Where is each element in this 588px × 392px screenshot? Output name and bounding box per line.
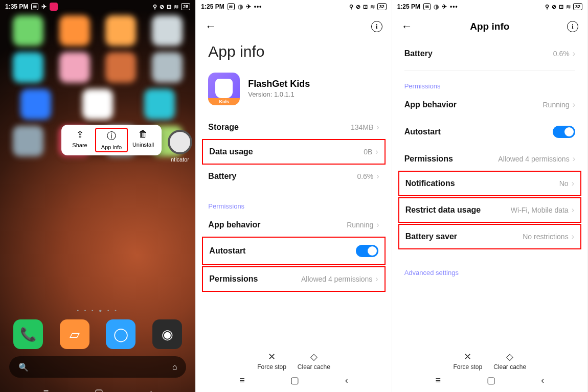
popup-uninstall[interactable]: 🗑 Uninstall (127, 129, 160, 151)
dock-files-icon[interactable]: ▱ (60, 319, 89, 349)
status-notif-icon: ✉ (423, 3, 431, 10)
popup-share[interactable]: ⇪ Share (63, 129, 96, 151)
chevron-right-icon: › (376, 123, 379, 132)
page-indicator[interactable]: • • • ● • • (0, 308, 195, 313)
app-tile-blur[interactable] (152, 52, 183, 83)
app-tile-blur[interactable] (152, 15, 183, 46)
app-tile-blur[interactable] (144, 89, 175, 120)
chevron-right-icon: › (572, 205, 574, 215)
shield-icon (215, 79, 233, 98)
info-icon[interactable]: i (567, 21, 578, 32)
row-label: Battery saver (405, 232, 457, 241)
force-stop-button[interactable]: ✕ Force stop (453, 351, 482, 371)
status-notif-icon: ✉ (31, 3, 38, 10)
app-identity: Kids FlashGet Kids Version: 1.0.1.1 (196, 73, 391, 114)
dnd-icon: ⊘ (552, 4, 556, 10)
battery-level: 28 (181, 3, 190, 10)
send-icon: ✈ (41, 3, 47, 10)
app-tile-blur[interactable] (59, 15, 90, 46)
nav-back-icon[interactable]: ‹ (149, 387, 152, 393)
chevron-right-icon: › (573, 100, 575, 109)
nav-home-icon[interactable]: ▢ (95, 387, 103, 392)
highlight-autostart: Autostart (202, 237, 385, 265)
app-info-panel: 1:25 PM ✉ ◑ ✈ ••• ⚲ ⊘ ⊡ ≋ 32 ← i App inf… (196, 0, 392, 392)
app-tile-blur[interactable] (105, 52, 136, 83)
row-permissions[interactable]: Permissions Allowed 4 permissions› (392, 146, 587, 172)
row-app-behavior[interactable]: App behavior Running› (196, 212, 391, 238)
row-label: Notifications (405, 179, 455, 188)
highlight-notifications: Notifications No› (398, 171, 581, 196)
info-icon[interactable]: i (371, 21, 382, 32)
nav-back-icon[interactable]: ‹ (345, 375, 348, 386)
row-battery[interactable]: Battery 0.6%› (196, 164, 391, 189)
popup-appinfo[interactable]: ⓘ App info (95, 128, 128, 152)
row-label: Autostart (209, 246, 245, 256)
row-data-usage[interactable]: Data usage 0B› (203, 140, 384, 164)
home-icon[interactable]: ⌂ (172, 362, 177, 372)
dock-phone-icon[interactable]: 📞 (13, 319, 43, 349)
force-stop-button[interactable]: ✕ Force stop (257, 351, 286, 371)
row-permissions[interactable]: Permissions Allowed 4 permissions› (203, 267, 384, 291)
row-notifications[interactable]: Notifications No› (399, 172, 580, 195)
app-tile-blur[interactable] (13, 52, 43, 83)
row-storage[interactable]: Storage 134MB› (196, 114, 391, 140)
row-battery-saver[interactable]: Battery saver No restrictions› (399, 225, 580, 248)
row-app-behavior[interactable]: App behavior Running› (392, 92, 587, 118)
nav-recents-icon[interactable]: ≡ (435, 375, 441, 386)
authenticator-icon (168, 130, 192, 154)
wifi-icon: ≋ (174, 4, 178, 10)
app-info-panel-scrolled: 1:25 PM ✉ ◑ ✈ ••• ⚲ ⊘ ⊡ ≋ 32 ← App info … (392, 0, 588, 392)
bluetooth-icon: ⚲ (153, 4, 157, 10)
search-bar[interactable]: 🔍 ⌂ (9, 356, 186, 378)
row-autostart[interactable]: Autostart (203, 238, 384, 264)
app-tile-blur[interactable] (20, 89, 51, 120)
page-title: App info (418, 21, 562, 32)
toggle-autostart[interactable] (356, 245, 378, 257)
nav-back-icon[interactable]: ‹ (541, 375, 544, 386)
eraser-icon: ◇ (493, 351, 526, 362)
nav-recents-icon[interactable]: ≡ (43, 387, 49, 393)
row-value: 134MB (351, 123, 373, 131)
telegram-icon: ◑ (434, 3, 439, 10)
send-icon: ✈ (442, 3, 447, 10)
app-tile-blur[interactable] (13, 15, 43, 46)
info-icon: ⓘ (96, 130, 127, 142)
page-title: App info (196, 41, 391, 73)
status-time: 1:25 PM (397, 3, 420, 10)
app-tile-blur[interactable] (13, 126, 43, 156)
nav-home-icon[interactable]: ▢ (487, 375, 495, 386)
row-battery[interactable]: Battery 0.6%› (392, 41, 587, 66)
nav-bar: ≡ ▢ ‹ (392, 370, 587, 392)
clear-cache-button[interactable]: ◇ Clear cache (493, 351, 526, 371)
bottom-actions: ✕ Force stop ◇ Clear cache (392, 351, 587, 371)
nav-recents-icon[interactable]: ≡ (239, 375, 245, 386)
back-icon[interactable]: ← (205, 20, 216, 33)
row-label: App behavior (404, 100, 457, 109)
row-label: Autostart (404, 127, 441, 136)
bluetooth-icon: ⚲ (545, 4, 549, 10)
nav-home-icon[interactable]: ▢ (290, 375, 299, 386)
row-restrict-data[interactable]: Restrict data usage Wi-Fi, Mobile data› (399, 198, 580, 222)
status-app-icon (50, 3, 58, 11)
row-value: Allowed 4 permissions (498, 155, 569, 163)
app-tile-blur[interactable] (105, 15, 136, 46)
chevron-right-icon: › (572, 232, 574, 241)
dock-camera-icon[interactable]: ◉ (152, 319, 182, 349)
app-row (0, 12, 195, 49)
row-label: Storage (208, 123, 239, 132)
rotate-icon: ⊡ (363, 4, 368, 10)
highlight-permissions: Permissions Allowed 4 permissions› (202, 266, 385, 292)
app-tile-blur[interactable] (59, 52, 90, 83)
app-authenticator-partial[interactable]: nticator (167, 130, 193, 163)
row-value: Running (347, 221, 373, 229)
search-icon: 🔍 (18, 362, 29, 372)
trash-icon: 🗑 (127, 129, 160, 140)
authenticator-label: nticator (171, 156, 189, 163)
back-icon[interactable]: ← (401, 20, 413, 33)
dock-browser-icon[interactable]: ◯ (106, 319, 135, 349)
clear-cache-button[interactable]: ◇ Clear cache (298, 351, 330, 371)
toggle-autostart[interactable] (553, 126, 575, 138)
row-autostart[interactable]: Autostart (392, 118, 587, 146)
battery-level: 32 (573, 3, 582, 10)
app-tile-blur[interactable] (82, 89, 113, 120)
